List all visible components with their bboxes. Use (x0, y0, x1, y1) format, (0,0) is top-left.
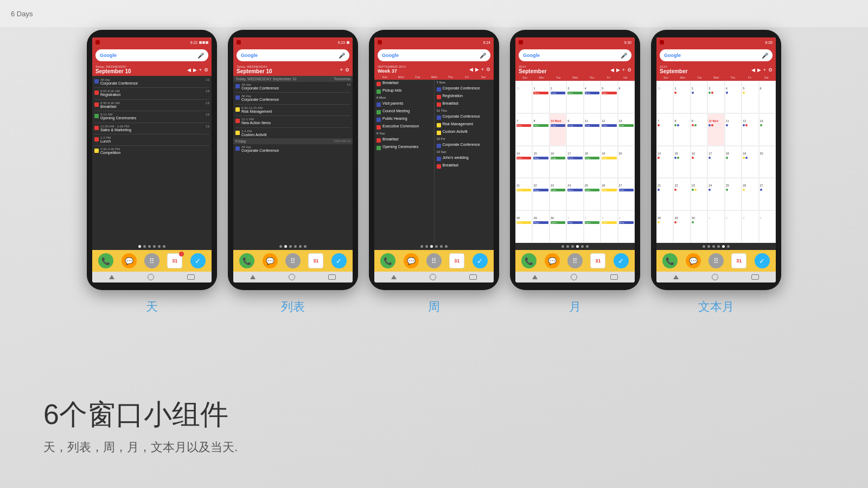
messages-icon[interactable]: 💬 (545, 253, 560, 268)
month-cell[interactable]: 13John... (618, 113, 635, 146)
prev-btn[interactable]: ◀ (610, 67, 614, 73)
textmonth-cell[interactable]: 28 (656, 210, 673, 243)
textmonth-cell[interactable]: 2 (691, 81, 707, 113)
calendar-app-icon[interactable]: 31 (731, 253, 746, 268)
month-cell[interactable]: 5New... (601, 81, 617, 113)
textmonth-cell[interactable]: 2 (725, 210, 742, 243)
apps-icon[interactable]: ⠿ (144, 253, 159, 268)
textmonth-cell[interactable]: 9 (691, 113, 707, 146)
month-cell-today[interactable]: 10 WedCorp... (550, 113, 566, 146)
prev-btn[interactable]: ◀ (187, 67, 191, 73)
calendar-app-icon[interactable]: 31 (449, 253, 464, 268)
month-cell[interactable]: 18Regi... (584, 146, 601, 178)
month-cell[interactable]: 30Open... (550, 210, 566, 243)
check-icon[interactable]: ✓ (614, 253, 629, 268)
textmonth-cell[interactable]: 12 (742, 113, 758, 146)
home-btn[interactable] (289, 274, 295, 280)
recents-btn[interactable] (469, 274, 477, 280)
recents-btn[interactable] (610, 274, 618, 280)
week-cal-controls[interactable]: ◀ ▶ + ⚙ (469, 67, 490, 72)
month-cell[interactable]: 6 (618, 81, 635, 113)
google-bar-textmonth[interactable]: Google 🎤 (656, 47, 776, 63)
month-controls[interactable]: ◀ ▶ + ⚙ (610, 67, 631, 73)
textmonth-cell[interactable]: 4 (725, 81, 742, 113)
textmonth-cell[interactable]: 22 (673, 178, 690, 210)
prev-btn[interactable]: ◀ (469, 67, 473, 72)
apps-icon[interactable]: ⠿ (285, 253, 301, 268)
month-cell[interactable]: 29Regi... (532, 210, 549, 243)
textmonth-cell[interactable]: 20 (759, 146, 776, 178)
textmonth-cell[interactable]: 31 (656, 81, 673, 113)
textmonth-cell[interactable]: 1 (707, 210, 724, 243)
cal-controls-day[interactable]: ◀ ▶ + ⚙ (187, 67, 208, 73)
textmonth-cell[interactable]: 16 (691, 146, 707, 178)
check-icon[interactable]: ✓ (190, 253, 206, 268)
settings-btn[interactable]: ⚙ (486, 67, 490, 72)
recents-btn[interactable] (751, 274, 759, 280)
back-btn[interactable] (250, 275, 256, 279)
textmonth-cell[interactable]: 25 (725, 178, 742, 210)
textmonth-cell[interactable]: 8 (673, 113, 690, 146)
textmonth-cell[interactable]: 6 (759, 81, 776, 113)
month-cell[interactable]: 2Open... (584, 210, 601, 243)
month-cell[interactable]: 1Brea... (532, 81, 549, 113)
month-cell[interactable]: 12Corp... (601, 113, 617, 146)
home-btn[interactable] (712, 274, 718, 280)
home-btn[interactable] (571, 274, 577, 280)
textmonth-cell[interactable]: 24 (707, 178, 724, 210)
textmonth-cell[interactable]: 1 (673, 81, 690, 113)
add-btn[interactable]: + (763, 67, 766, 73)
next-btn[interactable]: ▶ (193, 67, 197, 73)
month-cell[interactable]: 16Regi... (550, 146, 566, 178)
messages-icon[interactable]: 💬 (686, 253, 701, 268)
textmonth-cell[interactable]: 3 (707, 81, 724, 113)
calendar-app-icon[interactable]: 31 (308, 253, 323, 268)
month-cell[interactable]: 23Publ... (550, 178, 566, 210)
month-cell[interactable]: 17Prod... (566, 146, 583, 178)
google-search-list[interactable]: Google 🎤 (237, 49, 349, 61)
settings-btn[interactable]: ⚙ (768, 67, 773, 73)
month-cell[interactable]: 31 (515, 81, 532, 113)
phone-icon[interactable]: 📞 (380, 253, 395, 268)
next-btn[interactable]: ▶ (616, 67, 620, 73)
month-cell[interactable]: 4Brea... (584, 81, 601, 113)
messages-icon[interactable]: 💬 (122, 253, 137, 268)
prev-btn[interactable]: ◀ (751, 67, 755, 73)
google-bar-day[interactable]: Google 🎤 (92, 47, 212, 63)
dock-messages[interactable]: 💬 (122, 253, 137, 268)
add-btn[interactable]: + (199, 67, 202, 73)
textmonth-cell[interactable]: 3 (742, 210, 758, 243)
textmonth-cell[interactable]: 26 (742, 178, 758, 210)
settings-btn[interactable]: ⚙ (627, 67, 631, 73)
dock-phone[interactable]: 📞 (98, 253, 113, 268)
month-cell[interactable]: 24Brea... (566, 178, 583, 210)
home-btn[interactable] (430, 274, 436, 280)
month-cell[interactable]: 3Publ... (601, 210, 617, 243)
textmonth-cell[interactable]: 13 (759, 113, 776, 146)
month-cell[interactable]: 22Regi... (532, 178, 549, 210)
google-bar-month[interactable]: Google 🎤 (515, 47, 635, 63)
google-search-day[interactable]: Google 🎤 (95, 49, 208, 61)
month-cell[interactable]: 27Publ... (618, 178, 635, 210)
textmonth-cell[interactable]: 4 (759, 210, 776, 243)
settings-btn[interactable]: ⚙ (204, 67, 208, 73)
next-btn[interactable]: ▶ (475, 67, 479, 72)
google-bar-list[interactable]: Google 🎤 (233, 47, 353, 63)
google-search-textmonth[interactable]: Google 🎤 (660, 49, 773, 61)
textmonth-cell[interactable]: 7 (656, 113, 673, 146)
recents-btn[interactable] (187, 274, 195, 280)
check-icon[interactable]: ✓ (331, 253, 347, 268)
month-cell[interactable]: 9Corp... (566, 113, 583, 146)
textmonth-controls[interactable]: ◀ ▶ + ⚙ (751, 67, 773, 73)
home-btn[interactable] (148, 274, 154, 280)
phone-icon[interactable]: 📞 (98, 253, 113, 268)
month-cell[interactable]: 20 (618, 146, 635, 178)
calendar-app-icon[interactable]: 31 (590, 253, 605, 268)
phone-icon[interactable]: 📞 (521, 253, 537, 268)
textmonth-cell[interactable]: 21 (656, 178, 673, 210)
dock-calendar[interactable]: 31 ! (167, 253, 182, 268)
back-btn[interactable] (532, 275, 538, 279)
month-cell[interactable]: 8Visit... (532, 113, 549, 146)
month-cell[interactable]: 7Brea... (515, 113, 532, 146)
month-cell[interactable]: 15Regi... (532, 146, 549, 178)
